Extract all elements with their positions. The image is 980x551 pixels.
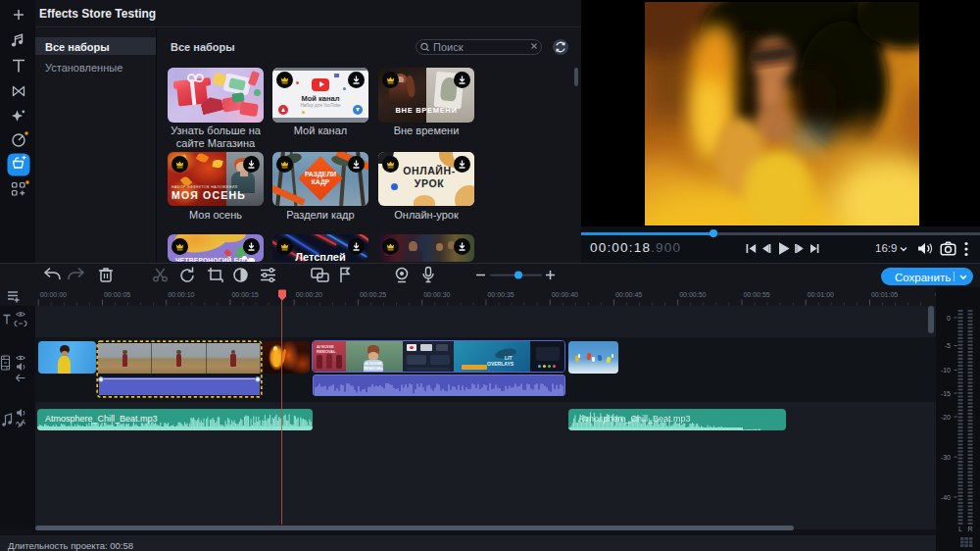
svg-text:00:00:45: 00:00:45: [615, 291, 642, 298]
svg-text:00:00:00: 00:00:00: [40, 291, 67, 298]
svg-text:0: 0: [947, 315, 951, 322]
svg-text:-10: -10: [941, 367, 951, 374]
svg-text:00:00:05: 00:00:05: [104, 291, 130, 298]
svg-text:00:00:25: 00:00:25: [360, 291, 386, 298]
svg-text:-15: -15: [941, 390, 951, 397]
svg-text:00:00:40: 00:00:40: [552, 291, 578, 298]
svg-text:00:00:30: 00:00:30: [423, 291, 450, 298]
svg-text:00:01:00: 00:01:00: [808, 291, 834, 298]
svg-text:L: L: [958, 526, 962, 532]
svg-text:R: R: [967, 526, 972, 532]
svg-text:00:00:20: 00:00:20: [296, 291, 322, 298]
svg-text:00:00:10: 00:00:10: [168, 291, 194, 298]
svg-text:00:00:55: 00:00:55: [743, 291, 769, 298]
svg-text:-20: -20: [941, 414, 951, 421]
svg-text:00:00:15: 00:00:15: [231, 291, 258, 298]
svg-text:00:01:05: 00:01:05: [871, 291, 898, 298]
svg-text:-30: -30: [941, 454, 951, 461]
svg-text:-40: -40: [941, 494, 951, 501]
svg-text:00:00:50: 00:00:50: [679, 291, 706, 298]
svg-text:00:00:35: 00:00:35: [487, 291, 514, 298]
svg-text:-5: -5: [945, 342, 951, 349]
